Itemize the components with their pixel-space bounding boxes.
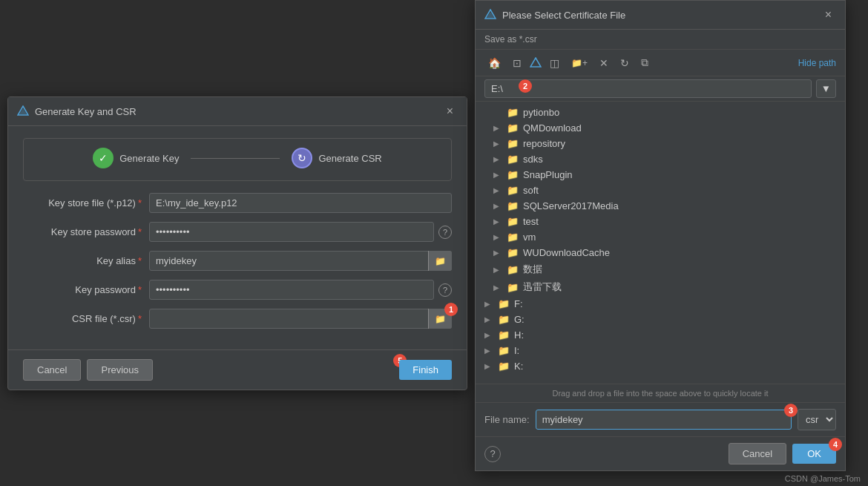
chevron-icon: ▶ (493, 283, 502, 292)
watermark: CSDN @James-Tom (785, 474, 861, 483)
tree-item-h[interactable]: ▶ 📁 H: (476, 327, 845, 343)
tree-label: repository (523, 138, 565, 149)
hide-path-link[interactable]: Hide path (798, 58, 836, 68)
titlebar-left: Generate Key and CSR (17, 105, 137, 117)
folder-icon: 📁 (507, 169, 519, 180)
tree-item-sqlserver[interactable]: ▶ 📁 SQLServer2017Media (476, 198, 845, 214)
badge-4: 4 (829, 438, 842, 451)
file-dialog-cancel-button[interactable]: Cancel (729, 443, 786, 464)
label-key-alias: Key alias* (23, 255, 142, 266)
main-dialog-body: ✓ Generate Key ↻ Generate CSR Key store … (8, 126, 467, 349)
previous-button[interactable]: Previous (87, 359, 153, 381)
main-dialog-footer: Cancel Previous 5 Finish (8, 349, 467, 390)
input-key-password[interactable] (149, 280, 434, 300)
filename-input[interactable] (536, 410, 792, 430)
folder-icon: 📁 (498, 298, 510, 309)
tree-item-soft[interactable]: ▶ 📁 soft (476, 183, 845, 198)
extension-select[interactable]: csr all (798, 409, 836, 430)
path-input[interactable] (484, 79, 812, 98)
tree-item-g[interactable]: ▶ 📁 G: (476, 312, 845, 327)
finish-button[interactable]: Finish (399, 360, 452, 380)
help-button[interactable]: ? (484, 446, 501, 462)
input-csr-wrapper: 📁 1 (149, 309, 452, 329)
chevron-icon: ▶ (493, 171, 502, 179)
steps-indicator: ✓ Generate Key ↻ Generate CSR (23, 138, 452, 181)
tree-item-vm[interactable]: ▶ 📁 vm (476, 229, 845, 245)
tree-item-shuju[interactable]: ▶ 📁 数据 (476, 260, 845, 278)
tree-label: pytionbo (523, 107, 559, 118)
toolbar-grid-button[interactable]: ⊡ (509, 55, 525, 71)
drag-drop-hint: Drag and drop a file into the space abov… (476, 384, 845, 402)
tree-item-sdks[interactable]: ▶ 📁 sdks (476, 151, 845, 167)
required-star-4: * (138, 284, 142, 295)
toolbar-copy-button[interactable]: ⧉ (637, 54, 652, 71)
tree-label: SQLServer2017Media (523, 200, 619, 211)
tree-label: I: (514, 345, 519, 356)
cancel-button[interactable]: Cancel (23, 359, 81, 381)
input-key-store-password[interactable] (149, 222, 434, 242)
tree-item-xunlei[interactable]: ▶ 📁 迅雷下载 (476, 278, 845, 296)
input-csr-file[interactable] (149, 309, 452, 329)
toolbar-refresh-button[interactable]: ↻ (617, 55, 633, 71)
folder-icon: 📁 (507, 282, 519, 293)
chevron-icon: ▶ (484, 315, 493, 324)
tree-item-i[interactable]: ▶ 📁 I: (476, 343, 845, 358)
folder-icon: 📁 (507, 216, 519, 227)
badge-3: 3 (784, 404, 798, 417)
badge-2: 2 (519, 79, 532, 93)
tree-item-test[interactable]: ▶ 📁 test (476, 214, 845, 229)
tree-label: soft (523, 185, 539, 196)
tree-item-pytionbo[interactable]: 📁 pytionbo (476, 105, 845, 120)
main-dialog-close-button[interactable]: × (442, 103, 458, 119)
browse-alias-button[interactable]: 📁 (428, 251, 452, 271)
tree-item-k[interactable]: ▶ 📁 K: (476, 358, 845, 374)
footer-left-buttons: Cancel Previous (23, 359, 153, 381)
tree-label: WUDownloadCache (523, 247, 610, 258)
tree-label: vm (523, 231, 536, 243)
tree-label: G: (514, 314, 525, 325)
tree-label: 迅雷下载 (523, 280, 562, 294)
toolbar-delete-button[interactable]: ✕ (596, 55, 612, 71)
folder-icon: 📁 (507, 264, 519, 275)
step-2-label: Generate CSR (318, 153, 381, 164)
filename-label: File name: (484, 414, 530, 425)
folder-icon: 📁 (498, 329, 510, 341)
main-dialog-titlebar: Generate Key and CSR × (8, 97, 467, 126)
input-alias-wrapper: 📁 (149, 251, 452, 271)
path-dropdown-button[interactable]: ▼ (816, 79, 836, 98)
required-star-3: * (138, 255, 142, 266)
tree-label: 数据 (523, 263, 542, 276)
main-dialog: Generate Key and CSR × ✓ Generate Key ↻ … (7, 96, 467, 390)
folder-icon: 📁 (507, 107, 519, 118)
tree-item-repository[interactable]: ▶ 📁 repository (476, 136, 845, 151)
ok-button-wrapper: OK 4 (792, 444, 836, 464)
footer-action-buttons: Cancel OK 4 (729, 443, 836, 464)
tree-label: SnapPlugin (523, 169, 573, 180)
field-key-alias: Key alias* 📁 (23, 251, 452, 271)
toolbar-newfolder-button[interactable]: 📁+ (568, 56, 591, 70)
required-star-1: * (138, 197, 142, 208)
toolbar-view-button[interactable]: ◫ (546, 55, 563, 71)
input-key-alias[interactable] (149, 251, 452, 271)
tree-item-qmdownload[interactable]: ▶ 📁 QMDownload (476, 120, 845, 136)
filename-bar: File name: 3 csr all (476, 402, 845, 436)
chevron-icon: ▶ (493, 266, 502, 274)
field-csr-file: CSR file (*.csr)* 📁 1 (23, 309, 452, 329)
svg-marker-4 (530, 58, 541, 67)
help-icon-password[interactable]: ? (438, 226, 452, 239)
help-icon-key-password[interactable]: ? (438, 283, 452, 297)
tree-item-snapplugin[interactable]: ▶ 📁 SnapPlugin (476, 167, 845, 183)
toolbar-home-button[interactable]: 🏠 (484, 55, 504, 71)
tree-item-f[interactable]: ▶ 📁 F: (476, 296, 845, 312)
chevron-icon: ▶ (493, 249, 502, 257)
chevron-icon: ▶ (493, 233, 502, 241)
tree-label: H: (514, 329, 524, 341)
label-key-password: Key password* (23, 284, 142, 295)
app-logo-icon (17, 105, 29, 117)
input-key-store-file[interactable] (149, 193, 452, 213)
tree-item-wudownloadcache[interactable]: ▶ 📁 WUDownloadCache (476, 245, 845, 260)
file-dialog-footer: ? Cancel OK 4 (476, 436, 845, 470)
chevron-icon: ▶ (484, 331, 493, 339)
file-dialog-close-button[interactable]: × (821, 7, 836, 23)
label-key-store-file: Key store file (*.p12)* (23, 197, 142, 208)
